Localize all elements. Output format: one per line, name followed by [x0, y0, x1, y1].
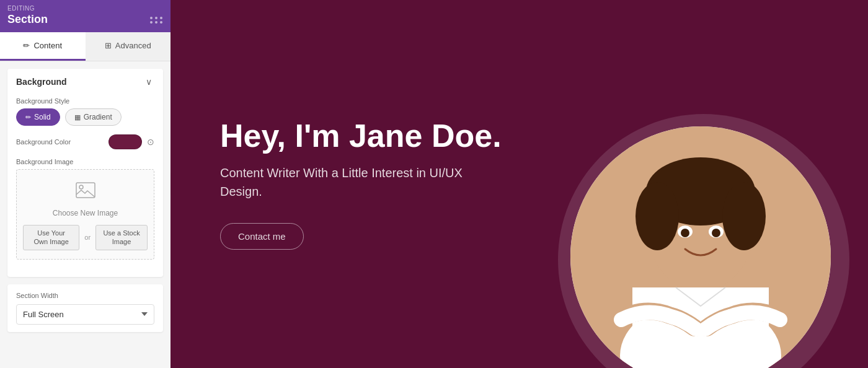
width-label: Section Width	[16, 292, 154, 299]
svg-rect-0	[76, 183, 95, 198]
solid-btn[interactable]: ✏ Solid	[16, 108, 60, 126]
bg-image-label: Background Image	[16, 158, 154, 165]
svg-point-13	[712, 229, 720, 237]
hero-cta-label: Contact me	[238, 231, 286, 242]
svg-point-1	[79, 185, 83, 189]
gradient-btn-label: Gradient	[84, 113, 112, 121]
svg-point-12	[681, 229, 689, 237]
tab-advanced-label: Advanced	[115, 41, 151, 50]
image-upload-area[interactable]: Choose New Image Use Your Own Image or U…	[16, 169, 154, 260]
bg-color-row: Background Color ⊙	[16, 134, 154, 149]
choose-image-label: Choose New Image	[23, 209, 148, 217]
tab-advanced[interactable]: ⊞ Advanced	[86, 32, 171, 61]
use-own-image-btn[interactable]: Use Your Own Image	[23, 225, 79, 250]
panel-tabs: ✏ Content ⊞ Advanced	[0, 32, 170, 61]
background-collapse-btn[interactable]: ∨	[143, 76, 154, 87]
editing-label: EDITING	[7, 5, 48, 12]
solid-btn-label: Solid	[34, 113, 51, 121]
hero-subtitle: Content Writer With a Little Interest in…	[220, 164, 493, 201]
image-placeholder-icon	[23, 182, 148, 204]
use-own-image-label: Use Your Own Image	[34, 229, 69, 245]
color-swatch[interactable]	[108, 134, 142, 149]
image-btn-row: Use Your Own Image or Use a Stock Image	[23, 225, 148, 250]
bg-image-row: Background Image Choose New Image	[16, 158, 154, 260]
hero-content: Hey, I'm Jane Doe. Content Writer With a…	[170, 81, 551, 287]
use-stock-image-btn[interactable]: Use a Stock Image	[95, 225, 148, 250]
panel-header: EDITING Section	[0, 0, 170, 32]
header-left: EDITING Section	[7, 5, 48, 26]
svg-point-8	[636, 182, 679, 250]
brush-icon: ✏	[25, 113, 31, 121]
style-buttons-group: ✏ Solid ▦ Gradient	[16, 108, 154, 126]
gradient-icon: ▦	[74, 113, 81, 121]
pencil-icon: ✏	[23, 41, 30, 50]
hero-name: Hey, I'm Jane Doe.	[220, 118, 502, 154]
tab-content-label: Content	[33, 41, 62, 50]
hero-cta-btn[interactable]: Contact me	[220, 223, 304, 250]
width-block: Section Width Full Screen Boxed Custom	[7, 284, 163, 332]
chevron-down-icon: ∨	[146, 77, 152, 87]
or-label: or	[84, 234, 91, 241]
bg-color-label: Background Color	[16, 138, 104, 146]
tab-content[interactable]: ✏ Content	[0, 32, 86, 61]
preview-area: Hey, I'm Jane Doe. Content Writer With a…	[170, 0, 868, 368]
section-title: Section	[7, 13, 48, 25]
gradient-btn[interactable]: ▦ Gradient	[65, 108, 122, 126]
panel-body: Background ∨ Background Style ✏ Solid	[0, 61, 170, 368]
color-settings-icon[interactable]: ⊙	[147, 137, 154, 147]
background-block-title: Background	[16, 77, 67, 87]
width-select[interactable]: Full Screen Boxed Custom	[16, 304, 154, 325]
use-stock-image-label: Use a Stock Image	[103, 229, 140, 245]
drag-handle[interactable]	[150, 17, 163, 26]
svg-point-9	[722, 182, 766, 250]
grid-icon: ⊞	[105, 41, 112, 50]
background-block-header[interactable]: Background ∨	[7, 69, 163, 95]
background-block-content: Background Style ✏ Solid ▦ Gradient	[7, 95, 163, 277]
background-style-row: Background Style ✏ Solid ▦ Gradient	[16, 97, 154, 126]
background-block: Background ∨ Background Style ✏ Solid	[7, 69, 163, 277]
left-panel: EDITING Section ✏ Content ⊞ Advanced Bac…	[0, 0, 170, 368]
bg-style-label: Background Style	[16, 97, 154, 105]
hero-avatar-wrap	[558, 95, 831, 368]
